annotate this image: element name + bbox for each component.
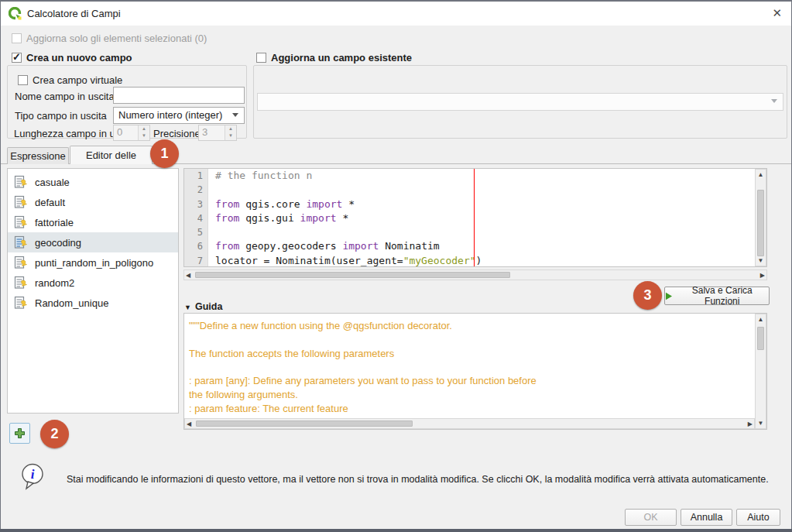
plus-icon — [14, 427, 26, 439]
output-field-type-combobox[interactable]: Numero intero (integer) — [113, 107, 245, 124]
step-badge-1: 1 — [150, 139, 179, 168]
code-line: 3from qgis.core import * — [184, 197, 766, 211]
spinner-arrows-icon: ▲▼ — [138, 125, 149, 140]
collapse-triangle-icon: ▼ — [184, 304, 191, 311]
output-field-type-label: Tipo campo in uscita — [15, 110, 107, 122]
step-badge-2: 2 — [40, 420, 69, 448]
line-number: 1 — [184, 169, 208, 183]
function-item-fattoriale[interactable]: fattoriale — [8, 212, 178, 232]
add-function-button[interactable] — [9, 423, 30, 444]
guida-line — [189, 333, 751, 347]
scroll-right-icon[interactable]: ▶ — [760, 270, 765, 280]
spinner-arrows-icon: ▲▼ — [225, 125, 236, 140]
line-number: 3 — [184, 197, 208, 211]
tab-editor-delle-funzioni[interactable]: Editor delle funzioni — [70, 146, 153, 164]
code-line: 6from geopy.geocoders import Nominatim — [184, 239, 766, 253]
scroll-down-icon[interactable]: ▼ — [756, 256, 766, 266]
guida-line: : param feature: The current feature — [189, 402, 751, 416]
function-item-label: Random_unique — [35, 297, 108, 309]
line-number: 2 — [184, 183, 208, 197]
existing-field-combobox — [257, 93, 783, 111]
function-item-Random_unique[interactable]: Random_unique — [8, 293, 178, 313]
python-file-icon — [14, 256, 28, 269]
output-field-name-input[interactable] — [113, 87, 245, 104]
titlebar: Calcolatore di Campi ✕ — [1, 2, 791, 26]
output-field-name-label: Nome campo in uscita — [15, 91, 115, 102]
field-calculator-dialog: Calcolatore di Campi ✕ Aggiorna solo gli… — [1, 2, 791, 529]
python-file-icon — [14, 195, 28, 209]
scroll-left-icon[interactable]: ◀ — [186, 270, 190, 280]
line-number: 6 — [184, 239, 208, 253]
python-file-icon — [14, 276, 28, 290]
guida-line: """Define a new function using the @qgsf… — [189, 319, 751, 333]
function-item-casuale[interactable]: casuale — [8, 172, 178, 192]
editor-horizontal-scrollbar[interactable]: ◀ ▶ — [183, 269, 767, 280]
guida-line — [189, 360, 751, 374]
guida-lines: """Define a new function using the @qgsf… — [189, 319, 751, 429]
line-number: 5 — [184, 225, 208, 239]
chevron-down-icon — [232, 113, 238, 117]
guida-collapse-header[interactable]: ▼Guida — [184, 301, 222, 312]
precision-spinner: 3 ▲▼ — [198, 125, 237, 141]
create-virtual-field-label: Crea campo virtuale — [33, 74, 122, 86]
scroll-right-icon[interactable]: ▶ — [748, 419, 753, 429]
precision-value: 3 — [202, 126, 207, 138]
function-item-default[interactable]: default — [8, 192, 178, 212]
guida-line: the following arguments. — [189, 388, 751, 402]
code-line: 7locator = Nominatim(user_agent="myGeoco… — [184, 254, 766, 267]
edge-marker-line — [474, 169, 475, 266]
function-item-label: casuale — [35, 177, 70, 188]
function-list: casuale default fattoriale geocoding pun… — [7, 168, 179, 414]
guida-vertical-scrollbar[interactable]: ▲ ▼ — [755, 314, 766, 429]
guida-title: Guida — [195, 301, 222, 312]
python-file-icon — [14, 296, 28, 310]
create-new-field-checkbox[interactable] — [12, 53, 22, 63]
edit-mode-warning-message: Stai modificando le informazioni di ques… — [67, 474, 769, 485]
function-item-punti_random_in_poligono[interactable]: punti_random_in_poligono — [8, 252, 178, 273]
function-item-geocoding[interactable]: geocoding — [8, 232, 178, 252]
guida-help-text-area[interactable]: """Define a new function using the @qgsf… — [183, 313, 767, 430]
tab-espressione[interactable]: Espressione — [7, 147, 69, 164]
scroll-left-icon[interactable]: ◀ — [187, 419, 191, 429]
qgis-logo-icon — [9, 7, 22, 20]
step-badge-3: 3 — [633, 281, 662, 310]
function-item-label: random2 — [35, 277, 74, 289]
info-bubble-icon: i — [21, 463, 46, 491]
line-number: 4 — [184, 211, 208, 225]
editor-vertical-scrollbar[interactable]: ▲ ▼ — [755, 169, 766, 266]
function-item-label: fattoriale — [35, 217, 74, 228]
precision-label: Precisione — [153, 128, 201, 139]
svg-text:i: i — [31, 467, 35, 482]
update-only-selected-label: Aggiorna solo gli elementi selezionati (… — [26, 33, 207, 44]
function-item-label: punti_random_in_poligono — [35, 257, 153, 269]
update-existing-field-checkbox[interactable] — [256, 53, 266, 63]
code-line: 5 — [184, 225, 766, 239]
output-field-length-spinner: 0 ▲▼ — [113, 125, 150, 141]
play-icon — [665, 292, 673, 300]
code-lines: 1# the function n23from qgis.core import… — [184, 169, 766, 267]
function-item-label: geocoding — [35, 237, 81, 249]
scrollbar-thumb[interactable] — [757, 327, 764, 350]
scroll-up-icon[interactable]: ▲ — [756, 314, 766, 324]
scrollbar-thumb[interactable] — [196, 420, 413, 427]
scrollbar-thumb[interactable] — [757, 190, 764, 256]
create-virtual-field-checkbox[interactable] — [18, 75, 28, 85]
output-field-type-value: Numero intero (integer) — [118, 109, 222, 121]
ok-button[interactable]: OK — [625, 509, 677, 526]
guida-horizontal-scrollbar[interactable]: ◀ ▶ — [184, 418, 755, 429]
cancel-button[interactable]: Annulla — [681, 509, 732, 526]
save-load-functions-button[interactable]: Salva e Carica Funzioni — [664, 287, 770, 305]
function-item-random2[interactable]: random2 — [8, 273, 178, 293]
chevron-down-icon — [771, 99, 777, 103]
close-icon[interactable]: ✕ — [772, 6, 782, 20]
scroll-down-icon[interactable]: ▼ — [756, 418, 766, 428]
scroll-up-icon[interactable]: ▲ — [756, 170, 766, 180]
python-file-icon — [14, 215, 28, 229]
create-new-field-label: Crea un nuovo campo — [26, 52, 132, 63]
scrollbar-thumb[interactable] — [195, 272, 510, 278]
window-title: Calcolatore di Campi — [27, 8, 121, 19]
code-editor[interactable]: 1# the function n23from qgis.core import… — [183, 168, 767, 267]
window-bottom-edge — [0, 529, 792, 532]
help-button[interactable]: Aiuto — [736, 509, 780, 526]
save-load-functions-label: Salva e Carica Funzioni — [676, 285, 770, 307]
